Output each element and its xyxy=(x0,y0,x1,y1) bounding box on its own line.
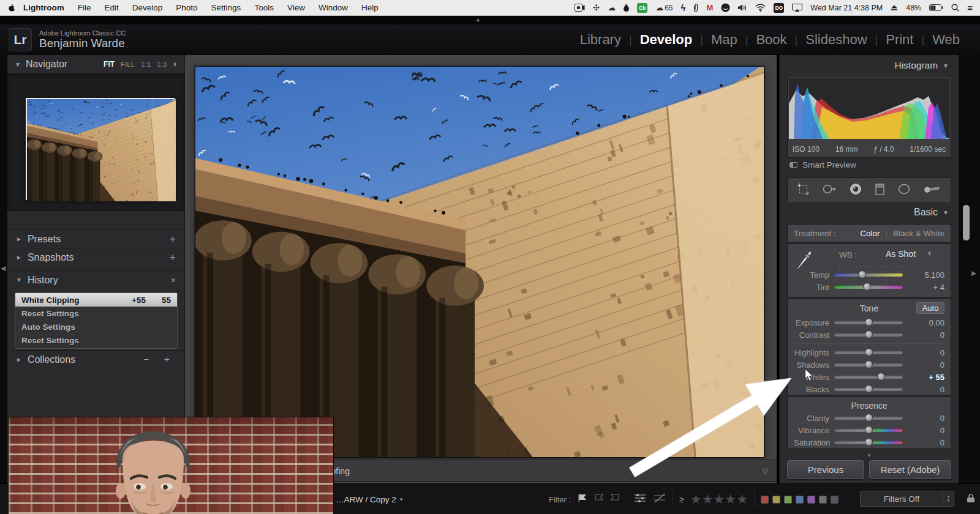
slider-track[interactable] xyxy=(834,441,903,444)
do-app-icon[interactable]: DO xyxy=(774,3,784,13)
slider-thumb[interactable] xyxy=(858,270,866,278)
collapse-triangle-icon[interactable]: ▼ xyxy=(943,62,949,69)
slider-thumb[interactable] xyxy=(865,348,873,356)
star-icon[interactable]: ★ xyxy=(736,492,748,506)
color-label-chip[interactable] xyxy=(796,496,804,504)
slider-track[interactable] xyxy=(834,416,903,420)
rating-gte-icon[interactable]: ≥ xyxy=(679,494,684,504)
basic-header[interactable]: Basic ▼ xyxy=(780,207,959,218)
notification-center-icon[interactable]: ≡ xyxy=(967,3,973,12)
slider-thumb[interactable] xyxy=(865,318,873,326)
menu-tools[interactable]: Tools xyxy=(247,3,281,12)
menu-help[interactable]: Help xyxy=(355,3,385,12)
slider-thumb[interactable] xyxy=(865,426,873,434)
coconutbattery-icon[interactable]: Cb xyxy=(637,3,647,13)
spotlight-search-icon[interactable] xyxy=(951,4,959,12)
wb-preset-select[interactable]: As Shot xyxy=(886,249,916,259)
clear-history-icon[interactable]: × xyxy=(171,275,176,285)
zoom-level-1-3[interactable]: 1:3 xyxy=(157,61,167,68)
slider-track[interactable] xyxy=(834,428,903,432)
reset-button[interactable]: Reset (Adobe) xyxy=(869,460,951,479)
smart-preview-status[interactable]: Smart Preview xyxy=(790,160,856,169)
right-panel-scrollbar[interactable] xyxy=(963,205,970,240)
slider-track[interactable] xyxy=(834,375,903,379)
color-label-chip[interactable] xyxy=(807,496,815,504)
slider-track[interactable] xyxy=(834,363,903,367)
zoom-level-fit[interactable]: FIT xyxy=(104,60,115,69)
menu-app-name[interactable]: Lightroom xyxy=(17,3,71,12)
flag-unflagged-icon[interactable] xyxy=(594,493,604,505)
collapse-triangle-icon[interactable]: ▼ xyxy=(15,61,21,68)
unedited-filter-icon[interactable] xyxy=(653,493,666,506)
module-library[interactable]: Library xyxy=(572,32,629,48)
module-slideshow[interactable]: Slideshow xyxy=(797,32,875,48)
history-item[interactable]: White Clipping+5555 xyxy=(15,293,177,307)
menu-develop[interactable]: Develop xyxy=(126,3,170,12)
star-icon[interactable]: ★ xyxy=(690,492,702,506)
filter-lock-icon[interactable] xyxy=(967,493,975,503)
zoom-stepper-icon[interactable]: ▲▼ xyxy=(173,62,177,67)
menu-settings[interactable]: Settings xyxy=(205,3,248,12)
treatment-color-option[interactable]: Color xyxy=(860,229,880,238)
slider-thumb[interactable] xyxy=(865,330,873,338)
screen-capture-icon[interactable] xyxy=(575,4,585,12)
selected-photo-label[interactable]: …ARW / Copy 2▾ xyxy=(336,484,402,514)
photo-canvas[interactable] xyxy=(195,66,764,458)
treatment-bw-option[interactable]: Black & White xyxy=(893,229,944,238)
toolbar-options-icon[interactable]: ▽ xyxy=(763,467,768,475)
histogram-header[interactable]: Histogram ▼ xyxy=(780,60,959,71)
audio-app-icon[interactable] xyxy=(721,3,730,12)
star-icon[interactable]: ★ xyxy=(725,492,736,506)
presets-section[interactable]: ►Presets + xyxy=(7,229,184,248)
filters-off-dropdown[interactable]: Filters Off ▲▼ xyxy=(860,491,954,507)
menu-view[interactable]: View xyxy=(281,3,312,12)
paperclip-icon[interactable] xyxy=(693,4,698,12)
droplet-app-icon[interactable] xyxy=(624,4,629,12)
collections-add-remove-icons[interactable]: − + xyxy=(143,354,176,365)
add-preset-icon[interactable]: + xyxy=(170,233,176,245)
collections-section[interactable]: ►Collections − + xyxy=(7,350,184,368)
slider-thumb[interactable] xyxy=(865,414,873,422)
m-app-icon[interactable]: M xyxy=(706,3,713,12)
menu-photo[interactable]: Photo xyxy=(169,3,204,12)
module-print[interactable]: Print xyxy=(878,32,921,48)
module-web[interactable]: Web xyxy=(924,32,968,48)
flag-reject-icon[interactable] xyxy=(610,493,620,505)
collapse-triangle-icon[interactable]: ▼ xyxy=(943,209,949,216)
menu-file[interactable]: File xyxy=(71,3,98,12)
history-item[interactable]: Reset Settings xyxy=(15,307,177,320)
edited-filter-icon[interactable] xyxy=(633,493,647,506)
menu-clock[interactable]: Wed Mar 21 4:38 PM xyxy=(810,4,883,12)
add-snapshot-icon[interactable]: + xyxy=(170,251,176,264)
flag-pick-icon[interactable] xyxy=(577,493,587,505)
top-panel-collapse-icon[interactable]: ▲ xyxy=(475,17,481,23)
flux-icon[interactable]: ϟ xyxy=(681,3,686,12)
crop-tool-icon[interactable] xyxy=(797,184,809,198)
star-icon[interactable]: ★ xyxy=(702,492,714,506)
history-item[interactable]: Auto Settings xyxy=(15,320,177,333)
wb-stepper-icon[interactable]: ▲▼ xyxy=(927,251,932,256)
color-label-chip[interactable] xyxy=(819,496,827,504)
slider-thumb[interactable] xyxy=(865,385,873,393)
histogram-panel[interactable]: ▲ ▲ ISO 100 16 mm ƒ / 4.0 1/1600 sec xyxy=(787,76,951,158)
histogram-graph[interactable] xyxy=(789,78,949,139)
red-eye-tool-icon[interactable] xyxy=(850,183,862,198)
color-label-chip[interactable] xyxy=(772,496,780,504)
battery-icon[interactable] xyxy=(929,4,943,11)
slider-track[interactable] xyxy=(834,387,903,391)
panel-collapse-caret-icon[interactable]: ▼ xyxy=(780,453,959,458)
zoom-level-1-1[interactable]: 1:1 xyxy=(141,61,151,68)
eject-icon[interactable] xyxy=(891,4,898,11)
zoom-level-fill[interactable]: FILL xyxy=(121,61,135,68)
history-section[interactable]: ▼History × xyxy=(7,270,184,289)
menu-window[interactable]: Window xyxy=(312,3,355,12)
menu-edit[interactable]: Edit xyxy=(98,3,126,12)
radial-filter-tool-icon[interactable] xyxy=(898,184,910,197)
module-book[interactable]: Book xyxy=(748,32,794,48)
show-right-panel-arrow-icon[interactable]: ▶ xyxy=(971,269,976,277)
module-map[interactable]: Map xyxy=(703,32,745,48)
adjustment-brush-tool-icon[interactable] xyxy=(924,184,941,196)
pinwheel-app-icon[interactable]: ✣ xyxy=(593,4,600,12)
color-label-chip[interactable] xyxy=(784,496,792,504)
slider-track[interactable] xyxy=(834,333,903,337)
